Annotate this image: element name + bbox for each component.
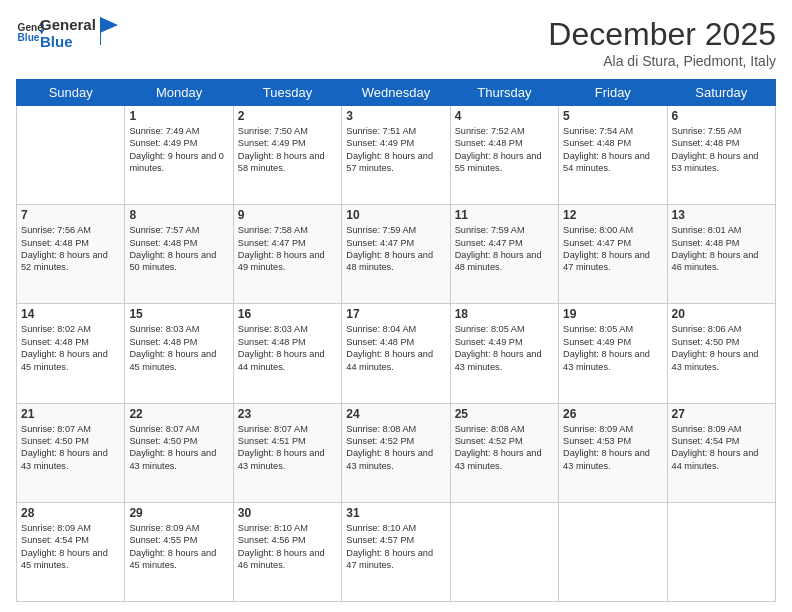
day-number: 11 <box>455 208 554 222</box>
sunrise-text: Sunrise: 8:07 AM <box>238 424 308 434</box>
day-number: 10 <box>346 208 445 222</box>
daylight-text: Daylight: 8 hours and 53 minutes. <box>672 151 759 173</box>
cell-details: Sunrise: 8:09 AMSunset: 4:54 PMDaylight:… <box>21 522 120 572</box>
cell-details: Sunrise: 8:07 AMSunset: 4:50 PMDaylight:… <box>21 423 120 473</box>
daylight-text: Daylight: 8 hours and 43 minutes. <box>129 448 216 470</box>
daylight-text: Daylight: 8 hours and 54 minutes. <box>563 151 650 173</box>
cell-details: Sunrise: 8:07 AMSunset: 4:50 PMDaylight:… <box>129 423 228 473</box>
col-wednesday: Wednesday <box>342 80 450 106</box>
calendar-week-3: 14Sunrise: 8:02 AMSunset: 4:48 PMDayligh… <box>17 304 776 403</box>
sunset-text: Sunset: 4:57 PM <box>346 535 414 545</box>
daylight-text: Daylight: 8 hours and 46 minutes. <box>238 548 325 570</box>
cell-details: Sunrise: 8:06 AMSunset: 4:50 PMDaylight:… <box>672 323 771 373</box>
sunset-text: Sunset: 4:48 PM <box>346 337 414 347</box>
table-cell: 26Sunrise: 8:09 AMSunset: 4:53 PMDayligh… <box>559 403 667 502</box>
table-cell: 1Sunrise: 7:49 AMSunset: 4:49 PMDaylight… <box>125 106 233 205</box>
sunrise-text: Sunrise: 8:02 AM <box>21 324 91 334</box>
sunrise-text: Sunrise: 8:05 AM <box>455 324 525 334</box>
cell-details: Sunrise: 8:04 AMSunset: 4:48 PMDaylight:… <box>346 323 445 373</box>
cell-details: Sunrise: 7:59 AMSunset: 4:47 PMDaylight:… <box>346 224 445 274</box>
table-cell: 3Sunrise: 7:51 AMSunset: 4:49 PMDaylight… <box>342 106 450 205</box>
cell-details: Sunrise: 7:57 AMSunset: 4:48 PMDaylight:… <box>129 224 228 274</box>
sunrise-text: Sunrise: 8:01 AM <box>672 225 742 235</box>
cell-details: Sunrise: 8:05 AMSunset: 4:49 PMDaylight:… <box>455 323 554 373</box>
day-number: 9 <box>238 208 337 222</box>
day-number: 29 <box>129 506 228 520</box>
cell-details: Sunrise: 8:08 AMSunset: 4:52 PMDaylight:… <box>346 423 445 473</box>
daylight-text: Daylight: 8 hours and 49 minutes. <box>238 250 325 272</box>
sunrise-text: Sunrise: 8:09 AM <box>129 523 199 533</box>
table-cell: 27Sunrise: 8:09 AMSunset: 4:54 PMDayligh… <box>667 403 775 502</box>
cell-details: Sunrise: 7:59 AMSunset: 4:47 PMDaylight:… <box>455 224 554 274</box>
daylight-text: Daylight: 8 hours and 52 minutes. <box>21 250 108 272</box>
daylight-text: Daylight: 8 hours and 48 minutes. <box>346 250 433 272</box>
calendar-week-4: 21Sunrise: 8:07 AMSunset: 4:50 PMDayligh… <box>17 403 776 502</box>
day-number: 12 <box>563 208 662 222</box>
sunrise-text: Sunrise: 8:07 AM <box>129 424 199 434</box>
daylight-text: Daylight: 8 hours and 43 minutes. <box>238 448 325 470</box>
day-number: 18 <box>455 307 554 321</box>
daylight-text: Daylight: 8 hours and 43 minutes. <box>563 448 650 470</box>
table-cell: 23Sunrise: 8:07 AMSunset: 4:51 PMDayligh… <box>233 403 341 502</box>
calendar-table: Sunday Monday Tuesday Wednesday Thursday… <box>16 79 776 602</box>
cell-details: Sunrise: 8:10 AMSunset: 4:56 PMDaylight:… <box>238 522 337 572</box>
daylight-text: Daylight: 8 hours and 47 minutes. <box>346 548 433 570</box>
sunrise-text: Sunrise: 8:00 AM <box>563 225 633 235</box>
logo: General Blue General Blue <box>16 16 118 51</box>
table-cell: 9Sunrise: 7:58 AMSunset: 4:47 PMDaylight… <box>233 205 341 304</box>
cell-details: Sunrise: 7:49 AMSunset: 4:49 PMDaylight:… <box>129 125 228 175</box>
col-sunday: Sunday <box>17 80 125 106</box>
table-cell: 14Sunrise: 8:02 AMSunset: 4:48 PMDayligh… <box>17 304 125 403</box>
day-number: 8 <box>129 208 228 222</box>
sunset-text: Sunset: 4:47 PM <box>455 238 523 248</box>
daylight-text: Daylight: 8 hours and 46 minutes. <box>672 250 759 272</box>
daylight-text: Daylight: 8 hours and 44 minutes. <box>672 448 759 470</box>
cell-details: Sunrise: 7:50 AMSunset: 4:49 PMDaylight:… <box>238 125 337 175</box>
daylight-text: Daylight: 8 hours and 44 minutes. <box>346 349 433 371</box>
day-number: 5 <box>563 109 662 123</box>
sunset-text: Sunset: 4:49 PM <box>455 337 523 347</box>
day-number: 14 <box>21 307 120 321</box>
sunrise-text: Sunrise: 7:49 AM <box>129 126 199 136</box>
sunrise-text: Sunrise: 7:55 AM <box>672 126 742 136</box>
sunrise-text: Sunrise: 7:59 AM <box>346 225 416 235</box>
calendar-week-2: 7Sunrise: 7:56 AMSunset: 4:48 PMDaylight… <box>17 205 776 304</box>
sunrise-text: Sunrise: 7:50 AM <box>238 126 308 136</box>
sunset-text: Sunset: 4:48 PM <box>238 337 306 347</box>
table-cell: 28Sunrise: 8:09 AMSunset: 4:54 PMDayligh… <box>17 502 125 601</box>
sunrise-text: Sunrise: 8:10 AM <box>346 523 416 533</box>
daylight-text: Daylight: 9 hours and 0 minutes. <box>129 151 224 173</box>
table-cell: 21Sunrise: 8:07 AMSunset: 4:50 PMDayligh… <box>17 403 125 502</box>
daylight-text: Daylight: 8 hours and 45 minutes. <box>21 349 108 371</box>
sunset-text: Sunset: 4:52 PM <box>455 436 523 446</box>
table-cell: 31Sunrise: 8:10 AMSunset: 4:57 PMDayligh… <box>342 502 450 601</box>
day-number: 2 <box>238 109 337 123</box>
sunrise-text: Sunrise: 8:03 AM <box>238 324 308 334</box>
cell-details: Sunrise: 8:09 AMSunset: 4:54 PMDaylight:… <box>672 423 771 473</box>
cell-details: Sunrise: 8:03 AMSunset: 4:48 PMDaylight:… <box>238 323 337 373</box>
sunset-text: Sunset: 4:52 PM <box>346 436 414 446</box>
day-number: 13 <box>672 208 771 222</box>
col-tuesday: Tuesday <box>233 80 341 106</box>
sunset-text: Sunset: 4:51 PM <box>238 436 306 446</box>
sunset-text: Sunset: 4:48 PM <box>563 138 631 148</box>
sunrise-text: Sunrise: 8:07 AM <box>21 424 91 434</box>
day-number: 19 <box>563 307 662 321</box>
table-cell <box>667 502 775 601</box>
day-number: 28 <box>21 506 120 520</box>
sunset-text: Sunset: 4:50 PM <box>21 436 89 446</box>
calendar-week-5: 28Sunrise: 8:09 AMSunset: 4:54 PMDayligh… <box>17 502 776 601</box>
sunset-text: Sunset: 4:54 PM <box>21 535 89 545</box>
day-number: 4 <box>455 109 554 123</box>
sunset-text: Sunset: 4:50 PM <box>129 436 197 446</box>
table-cell: 8Sunrise: 7:57 AMSunset: 4:48 PMDaylight… <box>125 205 233 304</box>
daylight-text: Daylight: 8 hours and 58 minutes. <box>238 151 325 173</box>
cell-details: Sunrise: 7:55 AMSunset: 4:48 PMDaylight:… <box>672 125 771 175</box>
daylight-text: Daylight: 8 hours and 43 minutes. <box>563 349 650 371</box>
cell-details: Sunrise: 8:01 AMSunset: 4:48 PMDaylight:… <box>672 224 771 274</box>
day-number: 17 <box>346 307 445 321</box>
sunset-text: Sunset: 4:54 PM <box>672 436 740 446</box>
daylight-text: Daylight: 8 hours and 48 minutes. <box>455 250 542 272</box>
sunrise-text: Sunrise: 7:52 AM <box>455 126 525 136</box>
sunrise-text: Sunrise: 8:10 AM <box>238 523 308 533</box>
